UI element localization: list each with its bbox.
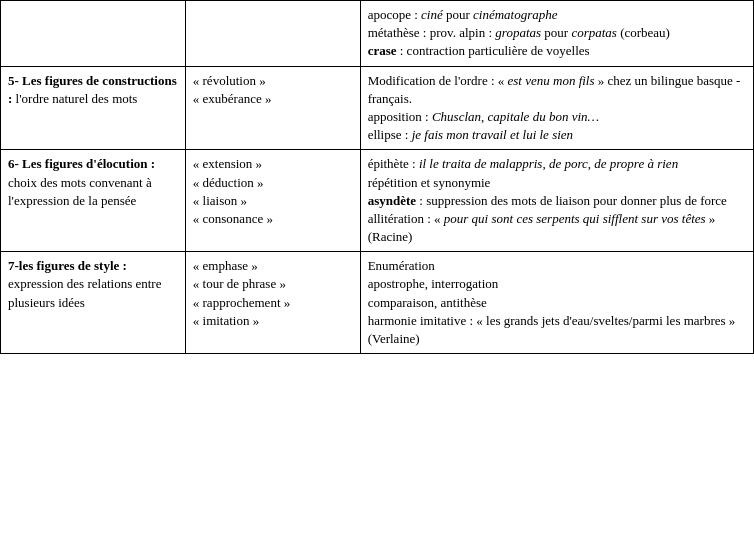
cell-0-1 xyxy=(1,1,186,67)
main-container: apocope : ciné pour cinématographe métat… xyxy=(0,0,754,545)
cell-1-3: Modification de l'ordre : « est venu mon… xyxy=(360,66,753,150)
cell-1-1: 5- Les figures de constructions : l'ordr… xyxy=(1,66,186,150)
cell-1-2: « révolution » « exubérance » xyxy=(185,66,360,150)
figures-table: apocope : ciné pour cinématographe métat… xyxy=(0,0,754,354)
cell-3-3: Enumération apostrophe, interrogation co… xyxy=(360,252,753,354)
table-row: 7-les figures de style : expression des … xyxy=(1,252,754,354)
cell-3-1: 7-les figures de style : expression des … xyxy=(1,252,186,354)
cell-0-3: apocope : ciné pour cinématographe métat… xyxy=(360,1,753,67)
table-row: apocope : ciné pour cinématographe métat… xyxy=(1,1,754,67)
cell-2-3: épithète : il le traita de malappris, de… xyxy=(360,150,753,252)
cell-2-1: 6- Les figures d'élocution : choix des m… xyxy=(1,150,186,252)
table-row: 6- Les figures d'élocution : choix des m… xyxy=(1,150,754,252)
cell-2-2: « extension » « déduction » « liaison » … xyxy=(185,150,360,252)
table-row: 5- Les figures de constructions : l'ordr… xyxy=(1,66,754,150)
cell-3-2: « emphase » « tour de phrase » « rapproc… xyxy=(185,252,360,354)
cell-0-2 xyxy=(185,1,360,67)
